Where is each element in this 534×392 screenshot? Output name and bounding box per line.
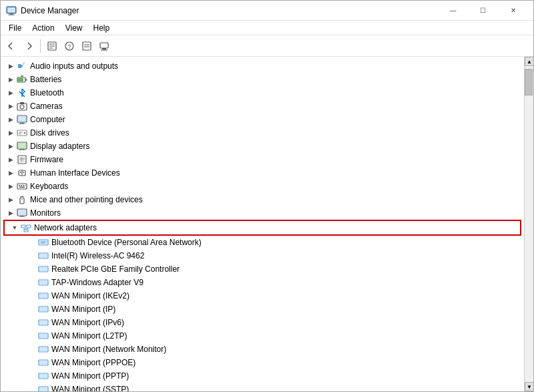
batteries-label: Batteries xyxy=(30,75,61,84)
tree-item-batteries[interactable]: ▶ Batteries xyxy=(1,73,524,86)
scroll-up-button[interactable]: ▲ xyxy=(525,57,533,66)
bluetooth-label: Bluetooth xyxy=(30,88,64,97)
tree-item-bluetooth[interactable]: ▶ Bluetooth xyxy=(1,86,524,100)
svg-rect-73 xyxy=(39,294,47,298)
svg-rect-29 xyxy=(19,124,25,124)
svg-rect-21 xyxy=(18,78,23,81)
wan-ikev2-label: WAN Miniport (IKEv2) xyxy=(51,291,129,301)
tree-item-wan-netmon[interactable]: ▶ WAN Miniport (Network Monitor) xyxy=(1,343,524,356)
svg-rect-79 xyxy=(39,334,47,338)
tree-item-wan-pppoe[interactable]: ▶ WAN Miniport (PPPOE) xyxy=(1,356,524,369)
tree-item-tap-windows[interactable]: ▶ TAP-Windows Adapter V9 xyxy=(1,276,524,289)
menu-view[interactable]: View xyxy=(60,22,88,34)
expander-display[interactable]: ▶ xyxy=(6,142,15,151)
tree-item-firmware[interactable]: ▶ Firmware xyxy=(1,153,524,166)
tree-panel[interactable]: ▶ Audio inputs and outputs ▶ xyxy=(1,57,524,391)
svg-text:?: ? xyxy=(67,43,71,50)
tree-item-realtek[interactable]: ▶ Realtek PCIe GbE Family Controller xyxy=(1,262,524,276)
wan-netmon-icon xyxy=(38,344,49,355)
tree-item-wan-ikev2[interactable]: ▶ WAN Miniport (IKEv2) xyxy=(1,289,524,303)
maximize-button[interactable]: ☐ xyxy=(468,1,498,21)
expander-mice[interactable]: ▶ xyxy=(6,195,15,204)
close-button[interactable]: ✕ xyxy=(498,1,528,21)
svg-rect-87 xyxy=(39,387,47,391)
scroll-down-button[interactable]: ▼ xyxy=(525,382,533,391)
toolbar-separator-1 xyxy=(40,39,41,53)
firmware-icon xyxy=(17,154,27,165)
tree-item-network[interactable]: ▼ Network adapters xyxy=(5,221,520,234)
menu-file[interactable]: File xyxy=(3,22,27,34)
realtek-icon xyxy=(38,264,49,274)
tree-item-wan-pptp[interactable]: ▶ WAN Miniport (PPTP) xyxy=(1,369,524,383)
mice-label: Mice and other pointing devices xyxy=(30,195,143,204)
tree-item-keyboards[interactable]: ▶ Keyboards xyxy=(1,180,524,193)
expander-computer[interactable]: ▶ xyxy=(6,115,15,124)
menu-help[interactable]: Help xyxy=(88,22,115,34)
expander-firmware[interactable]: ▶ xyxy=(6,155,15,164)
svg-rect-55 xyxy=(21,216,23,216)
bt-pan-label: Bluetooth Device (Personal Area Network) xyxy=(51,238,202,247)
wan-l2tp-label: WAN Miniport (L2TP) xyxy=(51,331,127,341)
scrollbar[interactable]: ▲ ▼ xyxy=(524,57,533,391)
tree-item-audio[interactable]: ▶ Audio inputs and outputs xyxy=(1,59,524,73)
app-icon xyxy=(6,5,17,16)
expander-hid[interactable]: ▶ xyxy=(6,168,15,178)
wan-ipv6-icon xyxy=(38,317,49,328)
tree-item-display[interactable]: ▶ Display adapters xyxy=(1,140,524,153)
expander-keyboards[interactable]: ▶ xyxy=(6,182,15,191)
minimize-button[interactable]: — xyxy=(438,1,468,21)
svg-point-45 xyxy=(23,172,24,173)
expander-batteries[interactable]: ▶ xyxy=(6,75,15,84)
tree-item-computer[interactable]: ▶ Computer xyxy=(1,113,524,126)
tap-windows-icon xyxy=(38,277,49,288)
svg-rect-35 xyxy=(18,143,26,148)
bluetooth-icon xyxy=(17,87,27,98)
tree-item-intel-wifi[interactable]: ▶ Intel(R) Wireless-AC 9462 xyxy=(1,249,524,262)
forward-button[interactable] xyxy=(21,38,37,54)
svg-rect-39 xyxy=(19,157,25,162)
menu-action[interactable]: Action xyxy=(27,22,59,34)
device-manager-window: Device Manager — ☐ ✕ File Action View He… xyxy=(0,0,534,392)
tree-item-diskdrives[interactable]: ▶ Disk drives xyxy=(1,126,524,140)
svg-point-31 xyxy=(24,132,26,134)
properties-button[interactable] xyxy=(44,38,60,54)
wan-pppoe-label: WAN Miniport (PPPOE) xyxy=(51,358,136,367)
tree-item-bt-pan[interactable]: ▶ Bluetooth Device (Personal Area Networ… xyxy=(1,236,524,249)
svg-rect-2 xyxy=(8,15,15,15)
tree-item-wan-sstp[interactable]: ▶ WAN Miniport (SSTP) xyxy=(1,383,524,391)
expander-bluetooth[interactable]: ▶ xyxy=(6,88,15,97)
expander-monitors[interactable]: ▶ xyxy=(6,208,15,218)
tree-item-cameras[interactable]: ▶ Cameras xyxy=(1,100,524,113)
expander-audio[interactable]: ▶ xyxy=(6,61,15,71)
tree-item-wan-ip[interactable]: ▶ WAN Miniport (IP) xyxy=(1,303,524,316)
expander-diskdrives[interactable]: ▶ xyxy=(6,128,15,138)
tree-item-hid[interactable]: ▶ Human Interface Devices xyxy=(1,166,524,180)
expander-cameras[interactable]: ▶ xyxy=(6,102,15,111)
svg-point-24 xyxy=(20,105,24,109)
tree-item-monitors[interactable]: ▶ Monitors xyxy=(1,206,524,220)
svg-rect-14 xyxy=(102,48,106,49)
help-button[interactable]: ? xyxy=(61,38,77,54)
scan-button[interactable] xyxy=(96,38,112,54)
display-icon xyxy=(17,141,27,152)
keyboards-label: Keyboards xyxy=(30,182,68,191)
expander-network[interactable]: ▼ xyxy=(10,223,19,232)
update-driver-button[interactable] xyxy=(79,38,95,54)
realtek-label: Realtek PCIe GbE Family Controller xyxy=(51,264,180,274)
scroll-thumb[interactable] xyxy=(525,69,533,95)
tree-item-wan-l2tp[interactable]: ▶ WAN Miniport (L2TP) xyxy=(1,329,524,343)
tree-item-wan-ipv6[interactable]: ▶ WAN Miniport (IPv6) xyxy=(1,316,524,329)
wan-sstp-icon xyxy=(38,384,49,391)
menu-bar: File Action View Help xyxy=(1,21,533,35)
svg-rect-36 xyxy=(20,149,24,150)
svg-rect-58 xyxy=(27,225,31,228)
audio-label: Audio inputs and outputs xyxy=(30,61,118,71)
wan-ipv6-label: WAN Miniport (IPv6) xyxy=(51,318,124,327)
tree-item-mice[interactable]: ▶ Mice and other pointing devices xyxy=(1,193,524,206)
svg-rect-63 xyxy=(39,240,47,244)
monitors-icon xyxy=(17,208,27,218)
wan-ikev2-icon xyxy=(38,290,49,301)
svg-rect-75 xyxy=(39,307,47,311)
back-button[interactable] xyxy=(3,38,19,54)
svg-rect-25 xyxy=(20,102,24,104)
